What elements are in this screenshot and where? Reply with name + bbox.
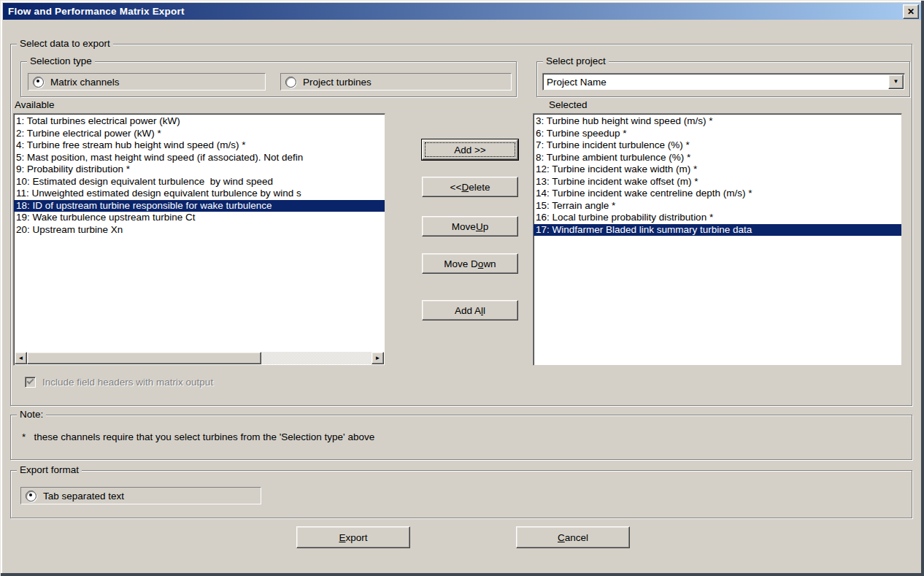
cancel-button[interactable]: Cancel [516,526,630,548]
list-item[interactable]: 20: Upstream turbine Xn [14,224,385,237]
list-item[interactable]: 12: Turbine incident wake width (m) * [534,164,901,176]
available-list-rows: 1: Total turbines electrical power (kW)2… [14,114,385,351]
scrollbar-thumb[interactable] [27,352,261,364]
selected-listbox[interactable]: 3: Turbine hub height wind speed (m/s) *… [533,113,902,366]
export-button[interactable]: Export [296,526,410,548]
move-up-button[interactable]: Move Up [422,216,518,237]
available-listbox[interactable]: 1: Total turbines electrical power (kW)2… [13,113,385,366]
group-export-format-label: Export format [17,464,82,476]
delete-button[interactable]: << Delete [422,177,518,197]
arrow-right-icon: ► [375,356,381,361]
list-item[interactable]: 15: Terrain angle * [534,200,901,212]
list-item[interactable]: 16: Local turbine probability distributi… [534,212,901,224]
radio-project-turbines[interactable]: Project turbines [280,73,512,91]
add-all-button[interactable]: Add All [422,300,518,320]
radio-button-icon[interactable] [33,77,44,88]
list-item[interactable]: 17: Windfarmer Bladed link summary turbi… [534,224,901,237]
project-combobox[interactable]: Project Name ▼ [542,73,905,91]
list-item[interactable]: 2: Turbine electrical power (kW) * [14,128,385,140]
list-item[interactable]: 4: Turbine free stream hub height wind s… [14,139,385,152]
selected-list-label: Selected [549,99,588,110]
combo-dropdown-button[interactable]: ▼ [888,74,904,89]
radio-tab-separated-label: Tab separated text [43,491,124,502]
list-item[interactable]: 8: Turbine ambient turbulence (%) * [534,152,901,164]
add-button[interactable]: Add >> [422,139,518,160]
selected-list-rows: 3: Turbine hub height wind speed (m/s) *… [534,114,901,365]
group-note-label: Note: [17,409,46,421]
list-item[interactable]: 14: Turbine incident wake centreline dep… [534,188,901,200]
group-select-project-label: Select project [543,55,609,67]
radio-tab-separated[interactable]: Tab separated text [20,487,261,504]
arrow-left-icon: ◄ [18,356,24,361]
scrollbar-track[interactable] [27,352,371,364]
horizontal-scrollbar[interactable]: ◄ ► [15,352,384,364]
radio-matrix-channels[interactable]: Matrix channels [28,73,266,91]
close-button[interactable]: ✕ [903,4,919,19]
list-item[interactable]: 9: Probability distribution * [14,164,385,176]
window-title: Flow and Performance Matrix Export [8,6,903,17]
move-down-button[interactable]: Move Down [422,253,518,274]
include-headers-checkbox-row[interactable]: Include field headers with matrix output [25,377,213,388]
list-item[interactable]: 3: Turbine hub height wind speed (m/s) * [534,115,901,128]
list-item[interactable]: 11: Unweighted estimated design equivale… [14,188,385,200]
list-item[interactable]: 19: Wake turbulence upstream turbine Ct [14,212,385,224]
radio-button-icon[interactable] [285,77,296,88]
list-item[interactable]: 7: Turbine incident turbulence (%) * [534,139,901,152]
checkbox-icon[interactable] [25,377,36,388]
radio-matrix-channels-label: Matrix channels [50,77,120,88]
scroll-right-button[interactable]: ► [371,352,384,364]
available-list-label: Available [15,99,55,110]
export-dialog: Flow and Performance Matrix Export ✕ Sel… [0,0,924,576]
note-text: * these channels require that you select… [22,431,374,442]
group-select-data-label: Select data to export [17,38,113,50]
list-item[interactable]: 13: Turbine incident wake offset (m) * [534,176,901,188]
list-item[interactable]: 1: Total turbines electrical power (kW) [14,115,385,128]
close-icon: ✕ [907,7,915,16]
list-item[interactable]: 5: Mast position, mast height wind speed… [14,152,385,164]
radio-button-icon[interactable] [26,491,36,502]
scroll-left-button[interactable]: ◄ [15,352,27,364]
project-combobox-value: Project Name [543,77,888,88]
list-item[interactable]: 6: Turbine speedup * [534,128,901,140]
list-item[interactable]: 10: Estimated design equivalent turbulen… [14,176,385,188]
group-selection-type-label: Selection type [27,55,95,67]
title-bar[interactable]: Flow and Performance Matrix Export ✕ [3,3,921,20]
include-headers-label: Include field headers with matrix output [42,377,213,388]
chevron-down-icon: ▼ [893,79,899,85]
list-item[interactable]: 18: ID of upstream turbine responsible f… [14,200,385,212]
radio-project-turbines-label: Project turbines [303,77,371,88]
